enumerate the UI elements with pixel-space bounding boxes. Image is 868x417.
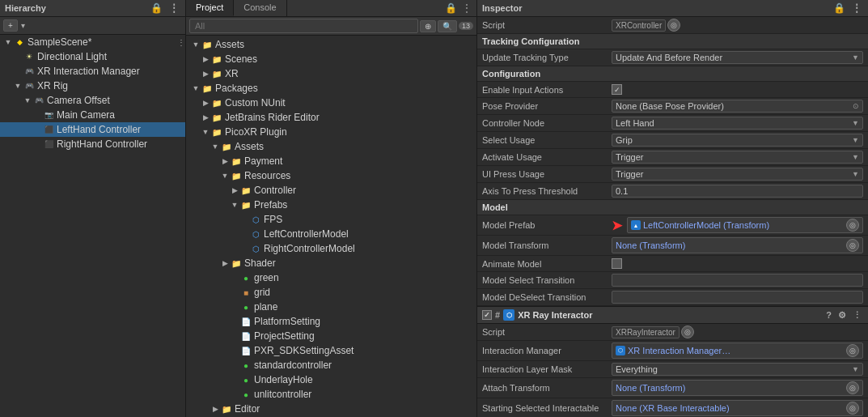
model-select-transition-input[interactable] bbox=[612, 274, 863, 287]
hierarchy-lock-icon[interactable]: 🔒 bbox=[149, 2, 164, 14]
inspector-menu-icon[interactable]: ⋮ bbox=[850, 2, 863, 14]
project-lock-icon[interactable]: 🔒 bbox=[443, 2, 459, 14]
proj-item-grid[interactable]: ■ grid bbox=[186, 285, 476, 300]
model-deselect-transition-input[interactable] bbox=[612, 291, 863, 304]
hierarchy-toolbar: + ▾ bbox=[0, 17, 185, 35]
project-search-input[interactable] bbox=[189, 19, 418, 33]
proj-item-underlayhole[interactable]: ● UnderlayHole bbox=[186, 372, 476, 387]
xrray-interaction-layer-dropdown[interactable]: Everything ▼ bbox=[612, 363, 863, 376]
tree-item-lefthandcontroller[interactable]: ⬛ LeftHand Controller bbox=[0, 122, 185, 137]
xrrayinteractor-settings-icon[interactable]: ⚙ bbox=[836, 310, 848, 321]
activate-usage-dropdown[interactable]: Trigger ▼ bbox=[612, 151, 863, 164]
tree-item-maincamera[interactable]: 📷 Main Camera bbox=[0, 108, 185, 122]
proj-item-pxr[interactable]: 📄 PXR_SDKSettingAsset bbox=[186, 343, 476, 358]
label-projectsetting: ProjectSetting bbox=[254, 330, 315, 342]
xrray-interaction-manager-ref[interactable]: ⬡ XR Interaction Manager (XRInteractionM… bbox=[612, 343, 863, 359]
tab-project[interactable]: Project bbox=[186, 0, 234, 16]
pose-provider-dropdown[interactable]: None (Base Pose Provider) ⊙ bbox=[612, 100, 863, 113]
label-platformsetting: PlatformSetting bbox=[254, 316, 320, 327]
icon-folder-prefabs: 📁 bbox=[239, 198, 252, 211]
controller-node-dropdown[interactable]: Left Hand ▼ bbox=[612, 117, 863, 130]
proj-item-plane[interactable]: ● plane bbox=[186, 300, 476, 314]
xrray-attach-transform-value: None (Transform) ◎ bbox=[612, 380, 863, 396]
project-menu-icon[interactable]: ⋮ bbox=[460, 2, 473, 14]
xrray-interaction-manager-circle[interactable]: ◎ bbox=[846, 344, 859, 357]
icon-prefab-fps: ⬡ bbox=[249, 213, 262, 226]
project-content: ▼ 📁 Assets ▶ 📁 Scenes ▶ 📁 XR ▼ 📁 Package… bbox=[186, 36, 476, 417]
proj-item-prefabs[interactable]: ▼ 📁 Prefabs bbox=[186, 198, 476, 212]
animate-model-checkbox[interactable] bbox=[612, 258, 622, 269]
proj-item-rightcontrollermodel[interactable]: ⬡ RightControllerModel bbox=[186, 241, 476, 256]
inspector-lock-icon[interactable]: 🔒 bbox=[832, 2, 847, 14]
update-tracking-dropdown[interactable]: Update And Before Render ▼ bbox=[612, 51, 863, 64]
proj-item-leftcontrollermodel[interactable]: ⬡ LeftControllerModel bbox=[186, 227, 476, 241]
icon-righthandcontroller: ⬛ bbox=[42, 138, 55, 151]
proj-item-customnunit[interactable]: ▶ 📁 Custom NUnit bbox=[186, 96, 476, 110]
proj-item-jetbrains[interactable]: ▶ 📁 JetBrains Rider Editor bbox=[186, 110, 476, 125]
axis-press-row: Axis To Press Threshold bbox=[477, 183, 868, 200]
samplescene-menu[interactable]: ⋮ bbox=[177, 38, 185, 47]
ui-press-dropdown[interactable]: Trigger ▼ bbox=[612, 168, 863, 181]
script-value-field: XRController ◎ bbox=[612, 19, 863, 32]
xrray-attach-transform-circle[interactable]: ◎ bbox=[846, 381, 859, 394]
proj-item-xr[interactable]: ▶ 📁 XR bbox=[186, 66, 476, 81]
proj-item-payment[interactable]: ▶ 📁 Payment bbox=[186, 154, 476, 168]
xrray-starting-selected-ref[interactable]: None (XR Base Interactable) ◎ bbox=[612, 400, 863, 416]
proj-item-resources[interactable]: ▼ 📁 Resources bbox=[186, 168, 476, 183]
xrray-interaction-layer-arrow: ▼ bbox=[852, 365, 859, 373]
xrrayinteractor-check[interactable]: ✓ bbox=[482, 310, 492, 320]
xrray-starting-selected-circle[interactable]: ◎ bbox=[846, 402, 859, 415]
project-toolbar-btn2[interactable]: 🔍 bbox=[438, 20, 457, 32]
enable-input-checkbox[interactable]: ✓ bbox=[612, 84, 622, 95]
proj-item-packages[interactable]: ▼ 📁 Packages bbox=[186, 81, 476, 96]
xrray-interaction-layer-label: Interaction Layer Mask bbox=[482, 364, 612, 374]
inspector-header: Inspector 🔒 ⋮ bbox=[477, 0, 868, 17]
proj-item-projectsetting[interactable]: 📄 ProjectSetting bbox=[186, 329, 476, 343]
xrray-script-circle[interactable]: ◎ bbox=[681, 326, 694, 338]
proj-item-assets[interactable]: ▼ 📁 Assets bbox=[186, 37, 476, 52]
proj-item-picoxrplugin[interactable]: ▼ 📁 PicoXR Plugin bbox=[186, 125, 476, 139]
arrow-samplescene: ▼ bbox=[3, 38, 13, 46]
script-circle-btn[interactable]: ◎ bbox=[667, 19, 680, 32]
xrrayinteractor-help-icon[interactable]: ? bbox=[824, 310, 833, 320]
proj-item-unlitcontroller[interactable]: ● unlitcontroller bbox=[186, 387, 476, 402]
label-xr: XR bbox=[225, 68, 239, 79]
tree-item-xrinteractionmanager[interactable]: 🎮 XR Interaction Manager bbox=[0, 64, 185, 79]
xrray-script-name: XRRayInteractor bbox=[612, 326, 680, 338]
hierarchy-add-button[interactable]: + bbox=[3, 19, 18, 32]
proj-item-platformsetting[interactable]: 📄 PlatformSetting bbox=[186, 314, 476, 329]
project-toolbar-btn1[interactable]: ⊕ bbox=[420, 20, 436, 32]
tree-item-directionallight[interactable]: ☀ Directional Light bbox=[0, 49, 185, 64]
xrray-attach-transform-ref[interactable]: None (Transform) ◎ bbox=[612, 380, 863, 396]
label-shader: Shader bbox=[244, 257, 276, 269]
tree-item-cameraoffset[interactable]: ▼ 🎮 Camera Offset bbox=[0, 93, 185, 108]
proj-item-assets2[interactable]: ▼ 📁 Assets bbox=[186, 139, 476, 154]
proj-item-standardcontroller[interactable]: ● standardcontroller bbox=[186, 358, 476, 372]
model-prefab-ref[interactable]: ▲ LeftControllerModel (Transform) ◎ bbox=[627, 217, 863, 233]
select-usage-text: Grip bbox=[616, 135, 633, 145]
project-badge: 13 bbox=[459, 22, 473, 30]
label-xrinteractionmanager: XR Interaction Manager bbox=[37, 66, 140, 77]
model-transform-circle[interactable]: ◎ bbox=[846, 239, 859, 252]
select-usage-dropdown[interactable]: Grip ▼ bbox=[612, 134, 863, 147]
icon-folder-controller: 📁 bbox=[239, 184, 252, 197]
xrray-interaction-layer-row: Interaction Layer Mask Everything ▼ bbox=[477, 361, 868, 378]
proj-item-controller[interactable]: ▶ 📁 Controller bbox=[186, 183, 476, 198]
axis-press-input[interactable] bbox=[612, 185, 863, 198]
model-transform-ref[interactable]: None (Transform) ◎ bbox=[612, 237, 863, 253]
label-cameraoffset: Camera Offset bbox=[47, 95, 110, 106]
proj-item-editor[interactable]: ▶ 📁 Editor bbox=[186, 402, 476, 416]
tree-item-xrrig[interactable]: ▼ 🎮 XR Rig bbox=[0, 79, 185, 93]
proj-item-scenes[interactable]: ▶ 📁 Scenes bbox=[186, 52, 476, 66]
hierarchy-menu-icon[interactable]: ⋮ bbox=[167, 2, 180, 14]
tab-console[interactable]: Console bbox=[234, 0, 286, 16]
proj-item-fps[interactable]: ⬡ FPS bbox=[186, 212, 476, 227]
proj-item-shader[interactable]: ▶ 📁 Shader bbox=[186, 256, 476, 270]
tree-item-samplescene[interactable]: ▼ ◆ SampleScene* ⋮ bbox=[0, 35, 185, 49]
tree-item-righthandcontroller[interactable]: ⬛ RightHand Controller bbox=[0, 137, 185, 151]
project-panel: Project Console 🔒 ⋮ ⊕ 🔍 13 ▼ 📁 Assets ▶ … bbox=[186, 0, 477, 417]
animate-model-label: Animate Model bbox=[482, 259, 612, 269]
proj-item-green[interactable]: ● green bbox=[186, 270, 476, 285]
model-prefab-circle[interactable]: ◎ bbox=[846, 219, 859, 232]
xrrayinteractor-menu-icon[interactable]: ⋮ bbox=[851, 310, 863, 321]
